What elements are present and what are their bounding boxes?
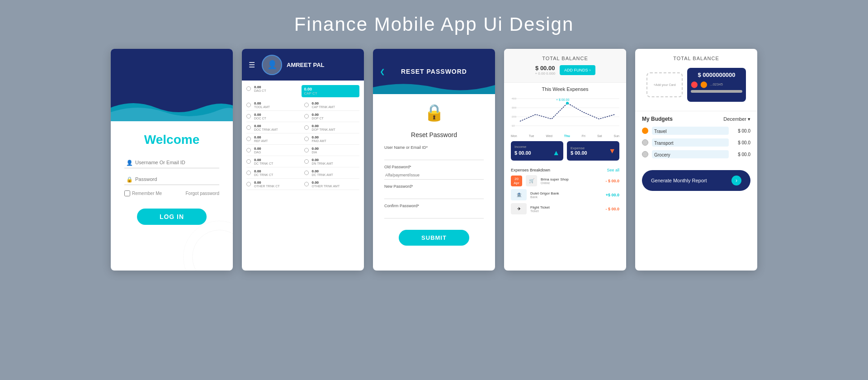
table-header-row: 0.00 DAG CT 0.00 CAP CT [246, 85, 359, 97]
cell-col1: 0.00 OTHER TRNK CT [246, 180, 302, 188]
expense-name: Brina super Shop [541, 177, 602, 181]
day-tue: Tue [529, 134, 534, 138]
table-row-6: 0.00 DC TRNK CT 0.00 DC TRNK AMT [246, 167, 359, 179]
cell-col1: 0.00 DC TRNK CT [246, 169, 302, 176]
grocery-amount: $ 00.0 [732, 152, 750, 157]
bank-info: Dulet Grigor Bank Bank [530, 191, 602, 199]
card-logo-icon: ⬤ [691, 81, 698, 88]
travel-amount: $ 00.0 [732, 128, 750, 133]
col1-val: 0.00 [254, 85, 266, 89]
password-input[interactable] [124, 174, 219, 185]
remember-row: Remember Me Forgot password [124, 190, 219, 196]
reset-wave [373, 81, 495, 94]
screen-reset: ❮ RESET PASSWORD 🔒 Reset Password User N… [373, 49, 495, 271]
bank-sub: Bank [530, 195, 602, 199]
credit-card: $ 0000000000 ⬤ ⬤ ...02345 [687, 68, 746, 102]
expense-info: Brina super Shop Online [541, 177, 602, 185]
table-body: 0.00 DAG CT 0.00 CAP CT 0.00 [242, 81, 364, 195]
cell-col1: 0.00 REF AMT [246, 135, 302, 142]
budgets-total-label: TOTAL BALANCE [642, 56, 750, 61]
confirm-pass-group: Confirm Password* [384, 204, 484, 218]
user-name: AMREET PAL [287, 62, 325, 68]
generate-report-button[interactable]: Generate Monthly Report › [642, 170, 750, 191]
budget-travel: Travel $ 00.0 [642, 127, 750, 135]
expense-item-1: 20Apr 🛒 Brina super Shop Online - $ 00.0 [511, 175, 619, 186]
cell-col1: 0.00 DOC CT [246, 113, 302, 120]
add-funds-button[interactable]: ADD FUNDS › [560, 65, 595, 75]
balance-header: TOTAL BALANCE $ 00.00 + 0.00 0.000 ADD F… [504, 49, 626, 83]
ticket-sub: Ticket [530, 209, 602, 213]
expense-icon: 🛒 [526, 175, 537, 186]
back-icon[interactable]: ❮ [380, 68, 385, 75]
table-row-1: 0.00 DOC CT 0.00 DOP CT [246, 111, 359, 122]
username-group: User Name or Email ID* [384, 145, 484, 160]
bank-amount: +$ 00.0 [606, 193, 619, 197]
reset-subtitle: Reset Password [411, 131, 457, 138]
expense-value: $ 00.00 [571, 150, 587, 156]
balance-values: $ 00.00 + 0.00 0.000 [535, 65, 555, 76]
expense-arrow-icon: ▼ [609, 147, 616, 155]
expenses-section: Expenses Breakdown See all 20Apr 🛒 Brina… [504, 164, 626, 221]
grocery-label: Grocery [652, 152, 670, 157]
col1-sub: DAG CT [254, 89, 266, 92]
expense-item-2: 🏦 Dulet Grigor Bank Bank +$ 00.0 [511, 189, 619, 200]
submit-button[interactable]: SUBMIT [399, 230, 469, 246]
travel-bar: Travel [652, 127, 729, 135]
expenses-header: Expenses Breakdown See all [511, 168, 619, 172]
income-label: Income [514, 145, 560, 149]
cell-col1: 0.00 DC TRNK CT [246, 158, 302, 165]
day-thu: Thu [564, 134, 570, 138]
table-row-7: 0.00 OTHER TRNK CT 0.00 OTHER TRNK AMT [246, 179, 359, 190]
card-number: $ 0000000000 [691, 71, 742, 78]
username-wrapper: 👤 [124, 157, 219, 168]
screen-balance-chart: TOTAL BALANCE $ 00.00 + 0.00 0.000 ADD F… [504, 49, 626, 271]
cell-col2: 0.00 CAP TRNK AMT [304, 101, 360, 109]
new-pass-group: New Password* [384, 184, 484, 199]
welcome-text: Welcome [144, 133, 199, 147]
cell-col2: 0.00 DOP CT [304, 113, 360, 120]
cell-col2: 0.00 DOP TRNK AMT [304, 124, 360, 131]
user-avatar: 👤 [262, 55, 282, 75]
budget-transport: Transport $ 00.0 [642, 138, 750, 147]
hamburger-icon[interactable]: ☰ [249, 61, 255, 69]
bank-name: Dulet Grigor Bank [530, 191, 602, 195]
generate-report-label: Generate Monthly Report [651, 178, 707, 183]
expense-date: 20Apr [511, 176, 522, 186]
income-value: $ 00.00 [514, 150, 531, 156]
username-label: User Name or Email ID* [384, 145, 484, 150]
table-header: ☰ 👤 AMREET PAL [242, 49, 364, 81]
day-fri: Fri [582, 134, 585, 138]
add-card-box[interactable]: +Add your Card [646, 72, 683, 97]
login-header [111, 49, 233, 121]
new-pass-field[interactable] [384, 190, 484, 199]
see-all-link[interactable]: See all [607, 168, 619, 172]
reset-title: RESET PASSWORD [401, 68, 467, 75]
card-area: +Add your Card $ 0000000000 ⬤ ⬤ ...02345 [642, 66, 750, 104]
day-sat: Sat [597, 134, 602, 138]
transport-amount: $ 00.0 [732, 140, 750, 145]
income-arrow-icon: ▲ [552, 149, 560, 157]
cell-col1: 0.00 DOC TRNK AMT [246, 124, 302, 131]
balance-value: $ 00.00 [535, 65, 555, 71]
remember-label[interactable]: Remember Me [124, 190, 162, 196]
username-field[interactable] [384, 152, 484, 160]
transport-dot [642, 139, 648, 146]
expense-box: Expense $ 00.00 ▼ [567, 141, 619, 161]
day-wed: Wed [546, 134, 552, 138]
confirm-pass-field[interactable] [384, 210, 484, 218]
page-title: Finance Mobile App Ui Design [294, 14, 574, 35]
username-input[interactable] [124, 157, 219, 168]
remember-checkbox[interactable] [124, 190, 130, 196]
svg-text:+ $ 00.00: + $ 00.00 [556, 98, 569, 101]
month-dropdown[interactable]: December ▾ [723, 116, 750, 122]
screens-container: Welcome 👤 🔒 Remember Me Forgot password … [93, 49, 775, 271]
old-pass-field[interactable] [384, 171, 484, 180]
screen-budgets: TOTAL BALANCE +Add your Card $ 000000000… [635, 49, 757, 271]
forgot-password-link[interactable]: Forgot password [186, 191, 219, 196]
budget-grocery: Grocery $ 00.0 [642, 150, 750, 158]
login-button[interactable]: LOG IN [137, 209, 207, 225]
login-body: Welcome 👤 🔒 Remember Me Forgot password … [111, 121, 233, 234]
col2-val: 0.00 [304, 87, 357, 91]
svg-text:10: 10 [512, 124, 515, 127]
col2-sub: CAP CT [304, 91, 357, 95]
